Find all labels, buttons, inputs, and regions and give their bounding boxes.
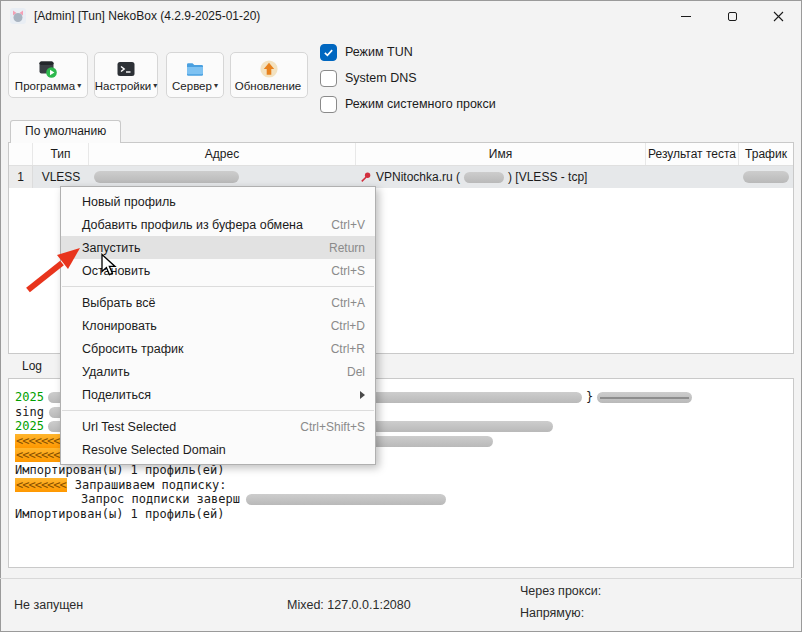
minimize-button[interactable] (663, 0, 709, 32)
menu-item-delete[interactable]: Удалить Del (61, 360, 375, 383)
system-proxy-checkbox[interactable] (320, 96, 337, 113)
settings-button-label: Настройки (95, 80, 151, 92)
program-button-label: Программа (15, 80, 75, 92)
submenu-arrow-icon (360, 391, 365, 399)
system-dns-checkbox[interactable] (320, 70, 337, 87)
settings-menu-button[interactable]: Настройки▾ (94, 52, 158, 98)
header-address[interactable]: Адрес (89, 143, 356, 165)
redacted (597, 392, 692, 403)
cell-address (89, 166, 356, 188)
cell-traffic (739, 166, 793, 188)
header-type[interactable]: Тип (33, 143, 89, 165)
header-row-number (9, 143, 33, 165)
table-header: Тип Адрес Имя Результат теста Трафик (9, 143, 793, 166)
program-icon (38, 59, 58, 79)
menu-separator (62, 286, 374, 287)
program-menu-button[interactable]: Программа▾ (8, 52, 88, 98)
menu-item-share[interactable]: Поделиться (61, 383, 375, 406)
status-direct: Напрямую: (520, 606, 584, 620)
profile-name-prefix: VPNitochka.ru ( (376, 170, 460, 184)
redacted-name (464, 172, 504, 183)
status-mixed-port: Mixed: 127.0.0.1:2080 (287, 598, 411, 612)
header-test-result[interactable]: Результат теста (646, 143, 739, 165)
close-button[interactable] (755, 0, 801, 32)
update-button[interactable]: Обновление (230, 52, 308, 98)
menu-item-clone[interactable]: Клонировать Ctrl+D (61, 314, 375, 337)
log-line: <<<<<<<<Запрашиваем подписку: (15, 478, 787, 493)
log-line: Импортирован(ы) 1 профиль(ей) (15, 507, 787, 522)
status-run-state: Не запущен (14, 598, 83, 612)
menu-item-new-profile[interactable]: Новый профиль (61, 190, 375, 213)
row-number: 1 (9, 166, 33, 188)
app-window: [Admin] [Tun] NekoBox (4.2.9-2025-01-20)… (0, 0, 802, 632)
tun-mode-checkbox[interactable] (320, 44, 337, 61)
redacted-traffic (743, 171, 789, 183)
header-traffic[interactable]: Трафик (739, 143, 793, 165)
checkmark-icon (323, 47, 334, 58)
table-row[interactable]: 1 VLESS VPNitochka.ru () [VLESS - tcp] (9, 166, 793, 188)
profile-name-suffix: ) [VLESS - tcp] (508, 170, 587, 184)
menu-separator (62, 410, 374, 411)
dropdown-arrow-icon: ▾ (153, 81, 157, 90)
tun-mode-label: Режим TUN (345, 45, 413, 59)
log-section-label: Log (22, 359, 42, 373)
log-line: Импортирован(ы) 1 профиль(ей) (15, 463, 787, 478)
annotation-red-arrow (22, 242, 86, 300)
log-marker: <<<<<<<< (15, 478, 67, 492)
profile-pin-icon (360, 171, 372, 183)
update-icon (259, 59, 279, 79)
update-button-label: Обновление (235, 80, 301, 92)
cell-name: VPNitochka.ru () [VLESS - tcp] (356, 166, 646, 188)
system-dns-label: System DNS (345, 71, 417, 85)
cell-test-result (646, 166, 739, 188)
maximize-button[interactable] (709, 0, 755, 32)
system-proxy-label: Режим системного прокси (345, 97, 496, 111)
titlebar: [Admin] [Tun] NekoBox (4.2.9-2025-01-20) (0, 0, 802, 32)
redacted-address (94, 171, 239, 183)
checkbox-row-tun-mode[interactable]: Режим TUN (320, 42, 413, 62)
dropdown-arrow-icon: ▾ (214, 81, 218, 90)
mouse-cursor-icon (100, 253, 120, 277)
context-menu: Новый профиль Добавить профиль из буфера… (60, 186, 376, 465)
server-icon (185, 59, 205, 79)
maximize-icon (728, 12, 737, 21)
header-name[interactable]: Имя (356, 143, 646, 165)
cell-type: VLESS (33, 166, 89, 188)
settings-icon (116, 59, 136, 79)
checkbox-row-system-proxy[interactable]: Режим системного прокси (320, 94, 496, 114)
menu-item-add-from-clipboard[interactable]: Добавить профиль из буфера обмена Ctrl+V (61, 213, 375, 236)
tab-default-group[interactable]: По умолчанию (10, 120, 121, 143)
menu-item-reset-traffic[interactable]: Сбросить трафик Ctrl+R (61, 337, 375, 360)
redacted (246, 494, 446, 505)
server-menu-button[interactable]: Сервер▾ (166, 52, 224, 98)
statusbar-divider (0, 578, 802, 579)
menu-item-select-all[interactable]: Выбрать всё Ctrl+A (61, 291, 375, 314)
checkbox-row-system-dns[interactable]: System DNS (320, 68, 417, 88)
minimize-icon (681, 16, 691, 17)
window-title: [Admin] [Tun] NekoBox (4.2.9-2025-01-20) (34, 9, 260, 23)
window-controls (663, 0, 801, 32)
menu-item-url-test-selected[interactable]: Url Test Selected Ctrl+Shift+S (61, 415, 375, 438)
app-logo-icon (10, 8, 26, 24)
status-via-proxy: Через прокси: (520, 584, 601, 598)
log-line: Запрос подписки заверш (15, 492, 787, 507)
server-button-label: Сервер (172, 80, 212, 92)
menu-item-resolve-domain[interactable]: Resolve Selected Domain (61, 438, 375, 461)
close-icon (773, 11, 784, 22)
dropdown-arrow-icon: ▾ (77, 81, 81, 90)
